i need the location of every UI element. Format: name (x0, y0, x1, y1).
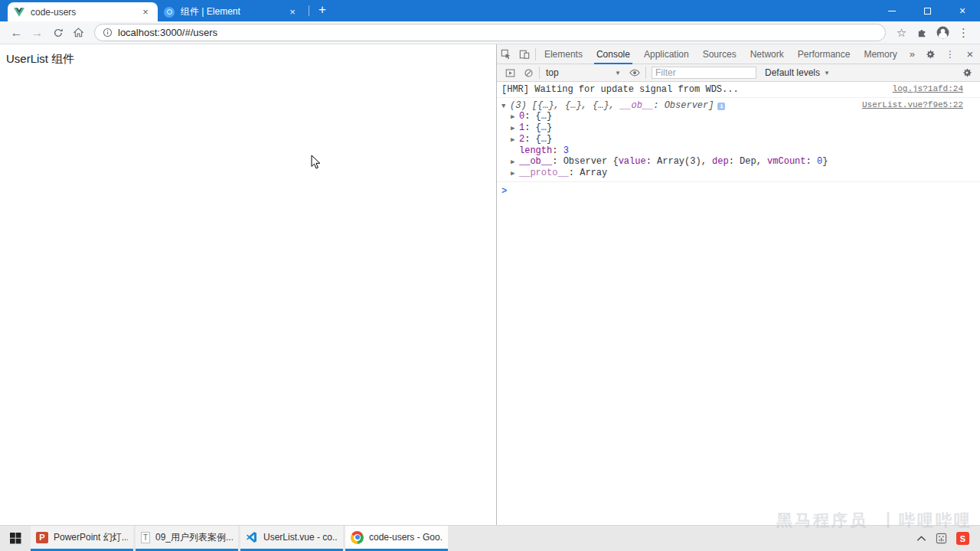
array-preview[interactable]: ▼(3) [{…}, {…}, {…}, __ob__: Observer]i (501, 100, 853, 111)
more-panels-button[interactable]: » (904, 48, 920, 60)
log-levels-dropdown[interactable]: Default levels ▼ (760, 67, 835, 78)
minimize-icon (888, 11, 896, 11)
devtools-settings-gear-icon[interactable] (920, 49, 940, 60)
devtools-close-icon[interactable]: × (960, 47, 980, 60)
taskbar-item-chrome[interactable]: code-users - Goo... (345, 526, 448, 551)
devtools-tab-network[interactable]: Network (743, 44, 791, 64)
maximize-button[interactable] (910, 0, 945, 21)
chevron-down-icon: ▼ (824, 70, 830, 77)
evaluated-info-icon: i (717, 103, 725, 110)
forward-button[interactable]: → (27, 23, 47, 43)
tab-close-icon[interactable]: × (286, 6, 299, 18)
mouse-cursor (311, 155, 321, 169)
browser-tab-code-users[interactable]: code-users × (8, 2, 158, 21)
system-tray: S (916, 526, 980, 551)
devtools-tab-memory[interactable]: Memory (857, 44, 903, 64)
console-property-row[interactable]: ▶0: {…} (511, 111, 963, 122)
console-log-area: [HMR] Waiting for update signal from WDS… (497, 82, 980, 525)
console-token: : Dep, (729, 156, 767, 167)
source-link[interactable]: log.js?1afd:24 (893, 84, 963, 93)
taskbar-item-powerpoint[interactable]: PPowerPoint 幻灯... (31, 526, 133, 551)
close-button[interactable]: × (945, 0, 980, 21)
console-token: : (524, 122, 535, 133)
taskbar-item-textfile[interactable]: T09_用户列表案例.... (136, 526, 238, 551)
devtools-tab-elements[interactable]: Elements (537, 44, 590, 64)
devtools-menu-icon[interactable]: ⋮ (940, 49, 960, 60)
live-expression-eye-icon[interactable] (626, 67, 644, 78)
tab-title: 组件 | Element (181, 5, 286, 18)
inspect-element-icon[interactable] (497, 44, 515, 64)
element-logo-icon (164, 7, 175, 18)
expand-arrow-icon[interactable]: ▶ (511, 123, 519, 134)
console-sidebar-toggle-icon[interactable] (501, 68, 519, 78)
console-property-row[interactable]: ▶2: {…} (511, 134, 963, 145)
refresh-button[interactable] (47, 23, 68, 43)
browser-titlebar: code-users × 组件 | Element × + × (0, 0, 980, 21)
console-token: {…} (536, 122, 553, 133)
console-property-row[interactable]: ▶1: {…} (511, 122, 963, 134)
home-button[interactable] (68, 23, 89, 43)
back-button[interactable]: ← (6, 23, 27, 43)
start-button[interactable] (0, 526, 31, 551)
preview-tokens: (3) [{…}, {…}, {…}, __ob__: Observer] (510, 100, 714, 111)
ime-indicator-icon[interactable] (936, 533, 947, 544)
tray-chevron-up-icon[interactable] (916, 535, 926, 542)
window-controls: × (874, 0, 980, 21)
console-property-row[interactable]: ▶__proto__: Array (511, 168, 963, 179)
expand-arrow-icon[interactable]: ▶ (511, 168, 519, 179)
console-filter-input[interactable] (652, 67, 756, 79)
devtools-panel: ElementsConsoleApplicationSourcesNetwork… (496, 44, 980, 525)
profile-avatar-icon[interactable] (933, 23, 953, 43)
address-bar[interactable]: localhost:3000/#/users (94, 24, 886, 41)
device-toolbar-icon[interactable] (515, 44, 534, 64)
devtools-tab-performance[interactable]: Performance (791, 44, 858, 64)
taskbar-item-label: PowerPoint 幻灯... (54, 531, 128, 544)
devtools-controls: ⋮ × (920, 47, 980, 60)
console-group-children: ▶0: {…}▶1: {…}▶2: {…}length: 3▶__ob__: O… (501, 111, 963, 179)
expand-arrow-icon[interactable]: ▶ (511, 157, 519, 168)
console-property-row[interactable]: ▶__ob__: Observer {value: Array(3), dep:… (511, 156, 963, 168)
taskbar-item-vscode[interactable]: UserList.vue - co... (240, 526, 343, 551)
browser-tab-element[interactable]: 组件 | Element × (158, 2, 305, 21)
console-token: {…} (536, 111, 553, 122)
console-token: vmCount (767, 156, 805, 167)
console-token: : (569, 168, 580, 178)
tab-strip: code-users × 组件 | Element × + (0, 0, 332, 21)
expand-arrow-icon[interactable]: ▼ (501, 103, 510, 110)
page-heading: UserList 组件 (0, 44, 496, 67)
console-token: : (552, 156, 563, 167)
execution-context-dropdown[interactable]: top ▼ (541, 67, 626, 78)
console-settings-gear-icon[interactable] (958, 67, 976, 78)
screen: code-users × 组件 | Element × + × ← → (0, 0, 980, 551)
minimize-button[interactable] (874, 0, 910, 21)
extensions-puzzle-icon[interactable] (912, 23, 933, 43)
page-info-icon[interactable] (103, 28, 113, 37)
console-token: dep (712, 156, 729, 167)
expand-arrow-icon[interactable]: ▶ (511, 135, 519, 145)
console-token: } (822, 156, 828, 167)
expand-arrow-icon[interactable]: ▶ (511, 112, 519, 122)
chevron-down-icon: ▼ (615, 70, 621, 77)
console-token: : (524, 134, 535, 145)
sogou-input-icon[interactable]: S (956, 532, 969, 545)
devtools-tab-sources[interactable]: Sources (696, 44, 743, 64)
context-label: top (546, 67, 559, 78)
page-viewport: UserList 组件 (0, 44, 496, 525)
levels-label: Default levels (765, 67, 820, 78)
log-text: [HMR] Waiting for update signal from WDS… (501, 84, 884, 95)
devtools-tab-console[interactable]: Console (590, 44, 637, 64)
console-token: {…} (536, 134, 553, 145)
windows-logo-icon (10, 533, 21, 544)
tab-close-icon[interactable]: × (139, 6, 152, 18)
bookmark-star-icon[interactable]: ☆ (891, 23, 912, 43)
console-prompt[interactable]: > (497, 182, 980, 201)
new-tab-button[interactable]: + (313, 2, 332, 20)
tab-separator (309, 5, 309, 16)
console-token: : (524, 111, 535, 122)
clear-console-icon[interactable] (519, 68, 537, 78)
tab-title: code-users (31, 7, 139, 18)
devtools-tab-application[interactable]: Application (637, 44, 696, 64)
taskbar-item-label: code-users - Goo... (369, 532, 443, 543)
source-link[interactable]: UserList.vue?f9e5:22 (862, 100, 963, 109)
browser-menu-icon[interactable]: ⋮ (953, 23, 974, 43)
